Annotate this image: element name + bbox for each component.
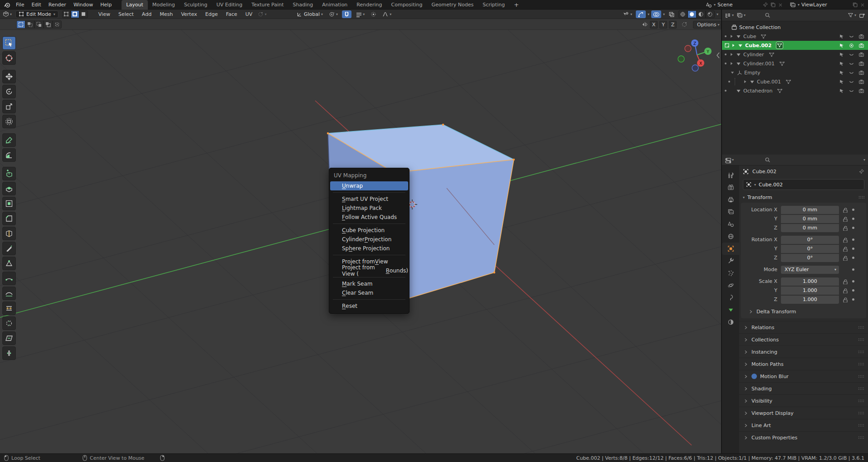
tool-scale[interactable] bbox=[2, 100, 16, 113]
animate-dot[interactable] bbox=[852, 248, 854, 250]
material-preview-button[interactable] bbox=[697, 10, 706, 18]
tab-layout[interactable]: Layout bbox=[122, 0, 147, 10]
select-extend-button[interactable] bbox=[25, 20, 34, 29]
properties-editor-type-dropdown[interactable]: ▾ bbox=[725, 157, 734, 163]
select-subtract-button[interactable] bbox=[34, 20, 44, 29]
section-visibility[interactable]: Visibility bbox=[739, 394, 868, 407]
pivot-dropdown[interactable]: ▾ bbox=[327, 10, 340, 18]
tool-rotate[interactable] bbox=[2, 85, 16, 98]
tab-geometry-nodes[interactable]: Geometry Nodes bbox=[427, 0, 478, 10]
section-shading[interactable]: Shading bbox=[739, 382, 868, 394]
expand-icon[interactable] bbox=[729, 52, 734, 57]
overlays-toggle[interactable] bbox=[651, 10, 661, 18]
selectable-icon[interactable] bbox=[839, 79, 844, 84]
render-visibility-icon[interactable] bbox=[858, 43, 864, 49]
overlays-dropdown-chevron[interactable]: ▾ bbox=[663, 12, 665, 16]
section-collections[interactable]: Collections bbox=[739, 333, 868, 345]
location-x-input[interactable]: 0 mm bbox=[781, 206, 839, 214]
menu-item-sphere-projection[interactable]: Sphere Projection bbox=[330, 244, 408, 253]
panel-drag-handle[interactable] bbox=[858, 373, 864, 379]
mirror-z-button[interactable]: Z bbox=[669, 21, 677, 29]
panel-drag-handle[interactable] bbox=[858, 349, 864, 355]
scale-z-input[interactable]: 1.000 bbox=[781, 296, 839, 304]
outliner-row-cube[interactable]: Cube bbox=[722, 32, 868, 41]
tab-compositing[interactable]: Compositing bbox=[387, 0, 427, 10]
panel-drag-handle[interactable] bbox=[858, 410, 864, 416]
select-set-button[interactable] bbox=[16, 20, 25, 29]
animate-dot[interactable] bbox=[852, 280, 854, 282]
tab-modeling[interactable]: Modeling bbox=[148, 0, 180, 10]
menu-edit[interactable]: Edit bbox=[28, 2, 44, 8]
render-visibility-icon[interactable] bbox=[858, 79, 864, 85]
tool-extrude-region[interactable] bbox=[2, 182, 16, 195]
tool-shear[interactable] bbox=[2, 331, 16, 345]
animate-dot[interactable] bbox=[852, 298, 854, 301]
menu-window[interactable]: Window bbox=[70, 2, 97, 8]
copy-viewlayer-icon[interactable] bbox=[852, 2, 858, 8]
menu-item-cube-projection[interactable]: Cube Projection bbox=[330, 226, 408, 235]
section-motion-blur[interactable]: Motion Blur bbox=[739, 370, 868, 382]
new-collection-button[interactable] bbox=[859, 12, 865, 19]
render-visibility-icon[interactable] bbox=[858, 61, 864, 67]
tab-render[interactable] bbox=[722, 181, 739, 194]
tool-loop-cut[interactable] bbox=[2, 227, 16, 240]
vertex-select-button[interactable] bbox=[62, 10, 71, 18]
hide-eye-icon[interactable] bbox=[848, 79, 854, 85]
tool-smooth[interactable] bbox=[2, 287, 16, 300]
delete-viewlayer-icon[interactable] bbox=[860, 2, 865, 8]
proportional-falloff-dropdown[interactable]: ▾ bbox=[380, 10, 393, 18]
outliner-filter-icon[interactable]: ▾ bbox=[848, 12, 856, 18]
lock-icon[interactable] bbox=[842, 288, 848, 293]
hide-eye-icon[interactable] bbox=[848, 70, 854, 76]
solid-shading-button[interactable] bbox=[688, 10, 697, 18]
menu-item-unwrap[interactable]: Unwrap bbox=[330, 181, 408, 190]
lock-icon[interactable] bbox=[842, 237, 848, 243]
outliner-row-cube-001[interactable]: Cube.001 bbox=[722, 77, 868, 86]
wireframe-shading-button[interactable] bbox=[678, 10, 688, 18]
pin-id-icon[interactable] bbox=[858, 169, 864, 175]
tool-spin[interactable] bbox=[2, 272, 16, 285]
tab-uv-editing[interactable]: UV Editing bbox=[212, 0, 247, 10]
scene-dropdown-chevron[interactable]: ▾ bbox=[714, 3, 716, 7]
section-custom-properties[interactable]: Custom Properties bbox=[739, 431, 868, 443]
panel-drag-handle[interactable] bbox=[858, 398, 864, 404]
viewlayer-name[interactable]: ViewLayer bbox=[801, 2, 850, 8]
hide-eye-icon[interactable] bbox=[848, 52, 854, 58]
selectable-icon[interactable] bbox=[839, 88, 844, 93]
add-workspace-button[interactable]: + bbox=[509, 0, 523, 10]
hide-eye-icon[interactable] bbox=[848, 43, 854, 49]
menu-uv[interactable]: UV bbox=[242, 11, 256, 17]
selectable-icon[interactable] bbox=[839, 70, 844, 75]
menu-item-mark-seam[interactable]: Mark Seam bbox=[330, 279, 408, 288]
tab-particles[interactable] bbox=[722, 267, 739, 279]
viewlayer-icon[interactable] bbox=[790, 2, 796, 8]
select-invert-button[interactable] bbox=[44, 20, 53, 29]
copy-scene-icon[interactable] bbox=[770, 2, 776, 8]
hide-eye-icon[interactable] bbox=[848, 61, 854, 67]
tool-select-box[interactable] bbox=[2, 36, 16, 50]
select-intersect-button[interactable] bbox=[53, 20, 62, 29]
outliner-row-scene-collection[interactable]: Scene Collection bbox=[722, 23, 868, 32]
tool-fallback-dropdown[interactable]: ▾ bbox=[256, 10, 268, 18]
rendered-shading-button[interactable] bbox=[706, 10, 715, 18]
panel-drag-handle[interactable] bbox=[858, 361, 864, 367]
tool-annotate[interactable] bbox=[2, 133, 16, 147]
scene-icon[interactable] bbox=[706, 2, 712, 8]
rotation-mode-dropdown[interactable]: XYZ Euler▾ bbox=[781, 266, 839, 274]
lock-icon[interactable] bbox=[842, 297, 848, 302]
lock-icon[interactable] bbox=[842, 246, 848, 252]
scene-name[interactable]: Scene bbox=[717, 2, 761, 8]
panel-drag-handle[interactable] bbox=[858, 434, 864, 441]
tab-world[interactable] bbox=[722, 230, 739, 243]
tab-material[interactable] bbox=[722, 316, 739, 328]
face-select-button[interactable] bbox=[79, 10, 88, 18]
gizmos-toggle[interactable] bbox=[636, 10, 646, 18]
tab-sculpting[interactable]: Sculpting bbox=[180, 0, 212, 10]
snap-with-dropdown[interactable]: ▾ bbox=[354, 10, 366, 18]
tool-move[interactable] bbox=[2, 70, 16, 83]
section-line-art[interactable]: Line Art bbox=[739, 419, 868, 431]
animate-dot[interactable] bbox=[852, 268, 854, 271]
options-dropdown[interactable]: Options▾ bbox=[693, 21, 723, 29]
selectable-icon[interactable] bbox=[839, 61, 844, 66]
menu-file[interactable]: File bbox=[12, 2, 28, 8]
